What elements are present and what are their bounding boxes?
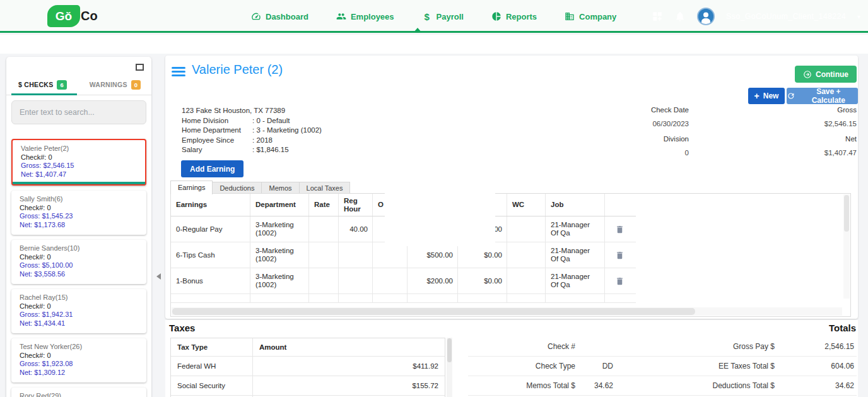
tab-memos[interactable]: Memos <box>262 182 299 194</box>
menu-hamburger-icon[interactable] <box>172 67 185 78</box>
sidebar-collapse-arrow[interactable] <box>156 273 161 280</box>
notifications-bell-icon[interactable] <box>674 11 686 22</box>
horizontal-scrollbar[interactable] <box>172 307 842 316</box>
employee-field-row: Employee Since2018 <box>182 136 322 146</box>
gross-net-summary: Gross $2,546.15 Net $1,407.47 <box>701 106 857 164</box>
tax-row-social-security: Social Security $155.72 <box>171 376 445 395</box>
check-gross: Gross: $5,100.00 <box>20 261 138 270</box>
tab-local-taxes[interactable]: Local Taxes <box>300 182 351 194</box>
nav-item-dashboard[interactable]: Dashboard <box>251 11 308 21</box>
employee-title: Valerie Peter (2) <box>192 62 283 77</box>
continue-button[interactable]: Continue <box>795 66 857 83</box>
check-name: Rachel Ray(15) <box>20 293 138 302</box>
nav-item-reports[interactable]: Reports <box>491 11 537 21</box>
detail-tabs: Earnings Deductions Memos Local Taxes <box>170 181 350 194</box>
nav-label-company: Company <box>579 12 616 21</box>
tab-earnings[interactable]: Earnings <box>170 181 213 194</box>
check-name: Bernie Sanders(10) <box>20 244 138 253</box>
selected-card-bar <box>13 182 145 184</box>
white-overlay <box>385 187 495 246</box>
earnings-row-tips-cash: 6-Tips Cash 3-Marketing (1002) $500.00 $… <box>171 242 636 268</box>
payroll-dollar-icon: $ <box>422 11 432 21</box>
totals-table: Check # Gross Pay $ 2,546.15 Check Type … <box>468 337 857 396</box>
taxes-table-header: Tax Type Amount <box>171 338 445 356</box>
app-header: Gŏ Co Dashboard Employees $ Payroll Repo… <box>0 0 868 33</box>
sidebar-tabs: $ CHECKS 6 WARNINGS 0 <box>6 76 151 93</box>
dashboard-gauge-icon <box>251 11 261 21</box>
tab-deductions[interactable]: Deductions <box>213 182 262 194</box>
nav-item-company[interactable]: Company <box>565 11 616 21</box>
net-label: Net <box>701 135 857 149</box>
totals-row: Memos Total $ 34.62 Deductions Total $ 3… <box>468 376 857 396</box>
division-value: 0 <box>601 149 689 164</box>
employee-field-row: Home Department3 - Marketing (1002) <box>182 126 322 136</box>
check-number: Check#: 0 <box>21 153 137 162</box>
nav-label-reports: Reports <box>506 12 537 21</box>
check-gross: Gross: $1,545.23 <box>20 212 138 221</box>
check-card-list: Valerie Peter(2) Check#: 0 Gross: $2,546… <box>11 139 146 397</box>
user-avatar[interactable] <box>697 8 715 25</box>
logo-co-text: Co <box>81 9 98 23</box>
check-name: Rory Red(29) <box>20 392 138 397</box>
check-gross: Gross: $1,942.31 <box>20 311 138 319</box>
earnings-table: Earnings Department Rate Reg Hour O WC J… <box>170 193 851 317</box>
delete-earning-icon[interactable] <box>615 251 625 260</box>
check-net: Net: $1,173.68 <box>20 221 138 230</box>
delete-earning-icon[interactable] <box>615 225 625 234</box>
nav-label-employees: Employees <box>351 12 394 21</box>
tab-warnings[interactable]: WARNINGS 0 <box>79 76 151 93</box>
save-calculate-button[interactable]: Save + Calculate <box>787 88 858 104</box>
apps-grid-icon[interactable] <box>652 11 663 22</box>
check-card-bernie-sanders[interactable]: Bernie Sanders(10) Check#: 0 Gross: $5,1… <box>11 240 146 284</box>
active-nav-indicator <box>413 28 422 33</box>
main-nav: Dashboard Employees $ Payroll Reports Co… <box>251 0 616 33</box>
company-building-icon <box>565 11 575 21</box>
plus-icon: + <box>754 91 760 101</box>
check-card-test-new-yorker[interactable]: Test New Yorker(26) Check#: 0 Gross: $1,… <box>11 338 146 382</box>
goco-logo[interactable]: Gŏ Co <box>47 5 98 27</box>
vertical-scrollbar[interactable] <box>843 194 850 299</box>
check-name: Valerie Peter(2) <box>21 145 137 153</box>
check-date-label: Check Date <box>601 106 689 120</box>
employee-field-row: Salary$1,846.15 <box>182 145 322 155</box>
check-date-division-summary: Check Date 06/30/2023 Division 0 <box>601 106 689 164</box>
check-card-sally-smith[interactable]: Sally Smith(6) Check#: 0 Gross: $1,545.2… <box>11 191 146 235</box>
taxes-vertical-scrollbar[interactable] <box>447 338 452 397</box>
search-input[interactable] <box>11 100 146 124</box>
add-earning-button[interactable]: Add Earning <box>181 160 243 177</box>
new-button[interactable]: + New <box>748 88 785 104</box>
totals-heading: Totals <box>829 323 856 333</box>
earnings-row-bonus: 1-Bonus 3-Marketing (1002) $200.00 $0.00… <box>171 268 636 294</box>
checks-tab-label: $ CHECKS <box>18 81 54 88</box>
nav-item-employees[interactable]: Employees <box>336 11 394 21</box>
active-tab-underline <box>11 93 77 95</box>
check-card-rory-red[interactable]: Rory Red(29) Check#: 0 Gross: $1,153.85 <box>11 388 146 397</box>
employee-field-row: Home Division0 - Default <box>182 116 322 126</box>
expand-window-icon[interactable] <box>136 64 144 71</box>
check-card-rachel-ray[interactable]: Rachel Ray(15) Check#: 0 Gross: $1,942.3… <box>11 289 146 333</box>
taxes-heading: Taxes <box>169 323 195 333</box>
user-menu-caret-icon[interactable]: ▾ <box>857 13 860 20</box>
check-number: Check#: 0 <box>20 302 138 311</box>
nav-label-dashboard: Dashboard <box>266 12 308 21</box>
reports-pie-icon <box>491 11 501 21</box>
nav-item-payroll[interactable]: $ Payroll <box>422 11 464 21</box>
arrow-circle-icon <box>803 70 812 79</box>
employee-info: 123 Fake St Houston, TX 77389 Home Divis… <box>182 106 322 155</box>
subheader-band <box>0 35 868 54</box>
check-net: Net: $1,407.47 <box>21 170 137 179</box>
check-gross: Gross: $1,923.08 <box>20 360 138 369</box>
check-card-valerie-peter[interactable]: Valerie Peter(2) Check#: 0 Gross: $2,546… <box>11 139 146 186</box>
earnings-row-empty <box>171 294 636 303</box>
warnings-tab-label: WARNINGS <box>90 81 127 88</box>
delete-earning-icon[interactable] <box>615 276 625 286</box>
taxes-totals-section: Taxes Tax Type Amount Federal WH $411.92… <box>165 320 858 397</box>
tab-checks[interactable]: $ CHECKS 6 <box>6 76 79 93</box>
check-number: Check#: 0 <box>20 352 138 360</box>
sidebar-search <box>11 100 146 124</box>
net-value: $1,407.47 <box>701 149 857 164</box>
warnings-count-badge: 0 <box>131 80 141 90</box>
check-net: Net: $1,434.41 <box>20 319 138 328</box>
check-number: Check#: 0 <box>20 253 138 262</box>
user-name[interactable]: Sso_GoCoUnum_Client_148224 <box>726 12 846 21</box>
